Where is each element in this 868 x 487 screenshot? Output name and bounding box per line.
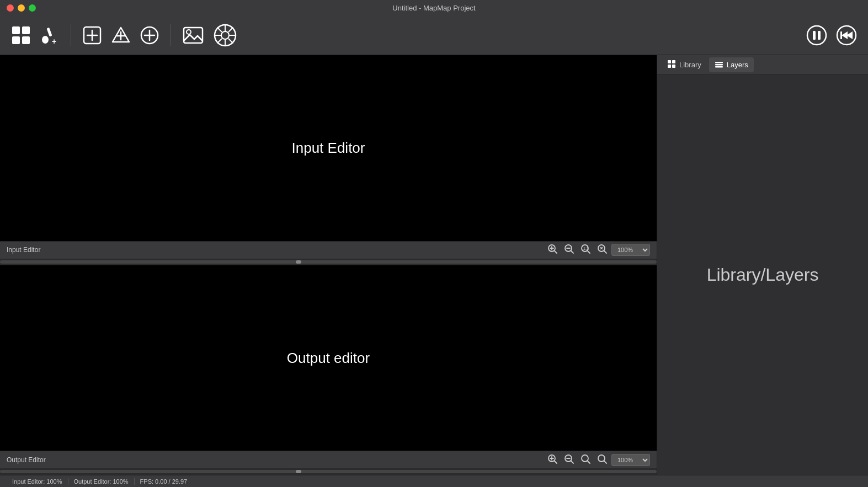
library-layers-heading: Library/Layers (707, 265, 819, 285)
svg-rect-34 (840, 31, 842, 39)
svg-text:+: + (52, 37, 56, 45)
scrollbar-track (0, 260, 657, 264)
input-editor-statusbar: Input Editor (0, 241, 657, 259)
input-zoom-in-button[interactable] (545, 243, 560, 257)
svg-line-46 (604, 251, 606, 253)
output-zoom-select[interactable]: 100% 50% 200% (611, 454, 650, 466)
output-editor-statusbar: Output Editor (0, 451, 657, 468)
svg-rect-0 (12, 26, 20, 34)
add-video-button[interactable] (211, 21, 239, 50)
input-editor-canvas: Input Editor (0, 55, 657, 241)
svg-line-27 (217, 39, 222, 44)
svg-rect-63 (672, 65, 675, 68)
svg-line-41 (571, 251, 573, 253)
output-zoom-out-button[interactable] (562, 453, 576, 467)
svg-rect-61 (672, 60, 675, 63)
svg-rect-66 (715, 66, 723, 68)
svg-line-55 (571, 461, 573, 463)
output-editor-canvas: Output editor (0, 265, 657, 451)
svg-point-56 (582, 455, 588, 462)
main-area: Input Editor Input Editor (0, 55, 868, 475)
library-tab-label: Library (679, 61, 701, 69)
add-triangle-button[interactable] (109, 23, 133, 47)
svg-rect-60 (668, 60, 671, 63)
layers-tab-icon (715, 60, 723, 70)
right-panel-tabs: Library Layers (657, 55, 868, 75)
svg-rect-1 (22, 26, 30, 34)
maximize-button[interactable] (29, 4, 36, 12)
window-title: Untitled - MapMap Project (392, 4, 475, 12)
status-bar: Input Editor: 100% Output Editor: 100% F… (0, 475, 868, 487)
tab-layers[interactable]: Layers (709, 57, 754, 72)
svg-rect-4 (46, 27, 52, 36)
input-editor-panel: Input Editor Input Editor (0, 55, 657, 259)
input-zoom-select[interactable]: 100% 50% 200% (611, 244, 650, 256)
status-input-editor: Input Editor: 100% (7, 478, 68, 485)
rewind-button[interactable] (834, 23, 859, 48)
svg-rect-16 (184, 28, 203, 43)
svg-rect-30 (818, 31, 821, 40)
add-image-button[interactable] (180, 22, 206, 49)
output-editor-status-label: Output Editor (7, 456, 46, 464)
svg-point-19 (221, 31, 229, 39)
toolbar-add-group (80, 23, 162, 47)
svg-rect-65 (715, 64, 723, 66)
input-editor-zoom-group: 1:1 100% 50% 200% (545, 243, 650, 257)
output-zoom-in-button[interactable] (545, 453, 560, 467)
output-editor-scrollbar[interactable] (0, 468, 657, 475)
input-zoom-fit-button[interactable]: 1:1 (578, 243, 593, 257)
status-fps: FPS: 0.00 / 29.97 (135, 478, 193, 485)
svg-line-57 (588, 461, 590, 463)
svg-rect-64 (715, 62, 723, 63)
input-editor-status-label: Input Editor (7, 246, 40, 254)
svg-line-38 (555, 251, 557, 253)
svg-text:1:1: 1:1 (583, 247, 589, 250)
output-zoom-actual-button[interactable] (595, 453, 609, 467)
right-panel-content: Library/Layers (657, 75, 868, 475)
svg-line-43 (588, 251, 590, 253)
window-controls (7, 4, 36, 12)
output-zoom-fit-button[interactable] (578, 453, 593, 467)
svg-rect-29 (813, 31, 816, 40)
toolbar-sep-1 (71, 24, 71, 46)
grid-layout-button[interactable] (9, 23, 33, 47)
close-button[interactable] (7, 4, 14, 12)
output-editor-label: Output editor (287, 349, 370, 366)
input-zoom-actual-button[interactable] (595, 243, 609, 257)
svg-line-26 (228, 27, 233, 32)
pause-button[interactable] (804, 23, 829, 48)
toolbar-right-group (804, 23, 859, 48)
output-editor-zoom-group: 100% 50% 200% (545, 453, 650, 467)
input-editor-label: Input Editor (292, 140, 365, 157)
title-bar: Untitled - MapMap Project (0, 0, 868, 15)
add-circle-button[interactable] (137, 23, 162, 47)
output-editor-panel: Output editor Output Editor (0, 265, 657, 469)
right-panel: Library Layers Library/Layers (657, 55, 868, 475)
svg-rect-62 (668, 65, 671, 68)
paint-brush-button[interactable]: + (38, 23, 62, 47)
tab-library[interactable]: Library (662, 57, 707, 72)
layers-tab-label: Layers (727, 61, 748, 69)
output-scrollbar-track (0, 470, 657, 473)
svg-point-28 (807, 26, 826, 45)
svg-line-25 (228, 39, 233, 44)
toolbar: + (0, 15, 868, 55)
svg-point-17 (187, 30, 191, 34)
svg-line-52 (555, 461, 557, 463)
add-rectangle-button[interactable] (80, 23, 104, 47)
scrollbar-thumb (296, 260, 301, 264)
toolbar-media-group (180, 21, 239, 50)
svg-rect-3 (22, 36, 30, 44)
status-output-editor: Output Editor: 100% (68, 478, 135, 485)
svg-line-24 (217, 27, 222, 32)
minimize-button[interactable] (18, 4, 25, 12)
svg-point-58 (598, 455, 605, 462)
toolbar-sep-2 (171, 24, 171, 46)
input-zoom-out-button[interactable] (562, 243, 576, 257)
svg-rect-2 (12, 36, 20, 44)
toolbar-left-group: + (9, 23, 62, 47)
editors-area: Input Editor Input Editor (0, 55, 657, 475)
input-editor-scrollbar[interactable] (0, 259, 657, 265)
svg-point-5 (42, 36, 49, 44)
svg-line-59 (604, 461, 606, 463)
